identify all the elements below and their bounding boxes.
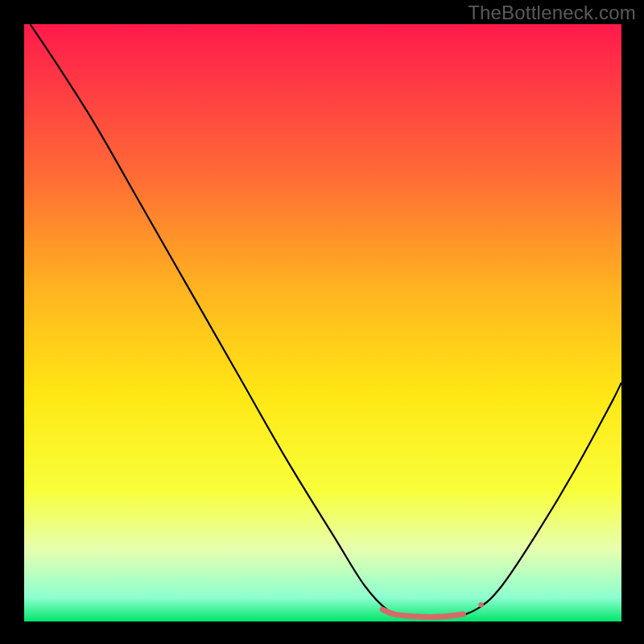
gradient-background [24,24,621,621]
chart-plot-area [24,24,621,621]
chart-frame: TheBottleneck.com [0,0,644,644]
watermark-text: TheBottleneck.com [468,2,636,24]
series-optimum-marker-end-dot [478,602,483,607]
chart-svg [24,24,621,621]
